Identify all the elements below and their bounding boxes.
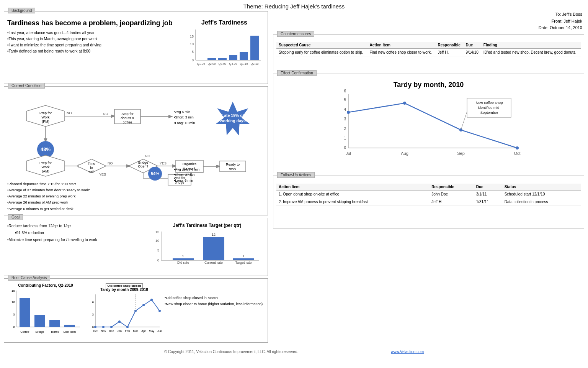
goal-chart-title: Jeff's Tardiness Target (per qtr) bbox=[150, 223, 265, 228]
rca-bar-svg: 0 5 10 15 Coffee Bridge bbox=[7, 289, 82, 338]
svg-text:15: 15 bbox=[190, 34, 194, 38]
svg-rect-76 bbox=[203, 237, 224, 260]
goal-text: •Reduce tardiness from 12/qtr to 1/qtr •… bbox=[7, 223, 147, 273]
effect-confirmation-section: Effect Confirmation Tardy by month, 2010… bbox=[273, 74, 584, 173]
svg-rect-7 bbox=[207, 58, 216, 60]
cc-bullets: •Planned departure time 7:15 for 8:00 st… bbox=[7, 181, 265, 212]
svg-rect-9 bbox=[229, 55, 237, 60]
svg-text:Old rate: Old rate bbox=[177, 261, 189, 264]
current-condition-label: Current Condition bbox=[8, 83, 45, 89]
svg-rect-89 bbox=[34, 315, 45, 327]
svg-rect-90 bbox=[49, 320, 60, 327]
svg-rect-73 bbox=[173, 258, 194, 260]
svg-text:coffee: coffee bbox=[123, 120, 132, 124]
background-section: Background Tardiness has become a proble… bbox=[4, 11, 268, 84]
right-column: To: Jeff's Boss From: Jeff Hajek Date: O… bbox=[271, 11, 584, 345]
svg-rect-11 bbox=[250, 36, 259, 60]
svg-text:Aug: Aug bbox=[401, 151, 408, 156]
svg-text:12: 12 bbox=[212, 233, 216, 237]
svg-text:Sep: Sep bbox=[457, 151, 465, 156]
svg-text:Prep for: Prep for bbox=[39, 111, 52, 115]
svg-point-103 bbox=[110, 326, 113, 328]
svg-text:Q1-09: Q1-09 bbox=[197, 62, 205, 66]
svg-text:0: 0 bbox=[157, 258, 159, 262]
svg-text:Current rate: Current rate bbox=[204, 261, 223, 264]
countermeasures-table: Suspected Cause Action Item Responsible … bbox=[276, 42, 581, 56]
svg-text:Mar: Mar bbox=[133, 329, 138, 333]
svg-point-105 bbox=[126, 326, 129, 328]
svg-text:NO: NO bbox=[108, 161, 113, 165]
svg-text:Coffee: Coffee bbox=[20, 330, 29, 334]
rca-line-svg: 0 3 6 bbox=[87, 292, 162, 338]
countermeasures-label: Countermeasures bbox=[277, 31, 314, 37]
cm-due: 9/14/10 bbox=[463, 48, 481, 56]
svg-text:Work: Work bbox=[42, 115, 50, 119]
fu-col-responsible: Responsible bbox=[429, 184, 474, 191]
svg-text:Ready to: Ready to bbox=[226, 163, 240, 166]
rca-bar-title: Contributing Factors, Q2-2010 bbox=[7, 283, 84, 288]
fu-due-0: 3/1/11 bbox=[474, 190, 502, 198]
svg-text:September: September bbox=[480, 110, 498, 115]
svg-text:Feb: Feb bbox=[125, 329, 130, 333]
svg-text:1: 1 bbox=[182, 254, 184, 258]
cm-finding: ID'ed and tested new shop. Decent brew, … bbox=[481, 48, 581, 56]
svg-text:Jan: Jan bbox=[117, 329, 122, 333]
fu-status-1: Data collection in process bbox=[502, 198, 581, 205]
svg-text:NO: NO bbox=[67, 111, 72, 115]
svg-text:3: 3 bbox=[92, 313, 94, 316]
svg-text:Traffic: Traffic bbox=[51, 330, 59, 334]
svg-text:Prep for: Prep for bbox=[39, 161, 52, 165]
follow-up-label: Follow-Up Actions bbox=[277, 172, 315, 178]
goal-bar-chart: 0 5 10 15 Old rate 1 Current rate 12 bbox=[150, 230, 261, 272]
page-title: Theme: Reducing Jeff Hajek's tardiness bbox=[0, 0, 588, 11]
goal-section: Goal •Reduce tardiness from 12/qtr to 1/… bbox=[4, 218, 268, 276]
rca-bullets: •Old coffee shop closed in March •New sh… bbox=[165, 283, 265, 339]
svg-text:Organize: Organize bbox=[183, 162, 197, 166]
svg-rect-91 bbox=[64, 325, 75, 327]
left-column: Background Tardiness has become a proble… bbox=[4, 11, 268, 345]
svg-text:5: 5 bbox=[13, 313, 15, 316]
svg-text:Jun: Jun bbox=[157, 329, 162, 333]
rca-line-chart: Old coffee shop closed Tardy by month 20… bbox=[87, 283, 162, 339]
follow-up-table: Action Item Responsible Due Status 1. Op… bbox=[276, 184, 581, 206]
svg-text:0: 0 bbox=[92, 325, 94, 329]
svg-text:Time: Time bbox=[88, 162, 95, 166]
fu-responsible-0: John Doe bbox=[429, 190, 474, 198]
svg-text:(PM): (PM) bbox=[42, 120, 49, 123]
svg-text:Bridge: Bridge bbox=[138, 161, 148, 164]
table-row: Stopping early for coffee eliminates opt… bbox=[276, 48, 581, 56]
svg-text:Q2-09: Q2-09 bbox=[208, 62, 216, 66]
svg-text:4: 4 bbox=[344, 107, 346, 112]
fu-col-due: Due bbox=[474, 184, 502, 191]
svg-text:0: 0 bbox=[192, 58, 194, 62]
svg-point-129 bbox=[347, 111, 350, 114]
svg-text:5: 5 bbox=[157, 248, 159, 252]
fu-responsible-1: Jeff H bbox=[429, 198, 474, 205]
svg-text:48%: 48% bbox=[41, 146, 51, 152]
rca-bar-chart: Contributing Factors, Q2-2010 0 5 10 15 bbox=[7, 283, 84, 339]
svg-point-107 bbox=[142, 304, 145, 306]
background-headline: Tardiness has become a problem, jeopardi… bbox=[7, 19, 181, 28]
pct2-badge: 54% bbox=[148, 167, 162, 181]
footer-link[interactable]: www.Velaction.com bbox=[391, 350, 424, 354]
svg-point-130 bbox=[403, 102, 406, 105]
svg-text:Lost item: Lost item bbox=[64, 330, 76, 334]
rca-section: Root Cause Analysis Contributing Factors… bbox=[4, 278, 268, 343]
svg-line-141 bbox=[461, 112, 467, 130]
fu-col-status: Status bbox=[502, 184, 581, 191]
svg-text:donuts &: donuts & bbox=[121, 116, 134, 120]
svg-text:NO: NO bbox=[103, 112, 108, 116]
background-bullets: •Last year, attendance was good—4 tardie… bbox=[7, 30, 181, 54]
svg-text:15: 15 bbox=[155, 230, 159, 234]
cm-col-action: Action Item bbox=[368, 42, 436, 49]
follow-up-section: Follow-Up Actions Action Item Responsibl… bbox=[273, 176, 584, 228]
wait-bullets: •Avg delay 4 min •Short: 37 sec •Long: 6… bbox=[174, 167, 199, 183]
svg-rect-79 bbox=[233, 258, 254, 260]
svg-text:0: 0 bbox=[13, 325, 15, 329]
cm-header-row: Suspected Cause Action Item Responsible … bbox=[276, 42, 581, 49]
tardiness-bar-chart: 0 5 10 15 Q1-09 Q2-09 bbox=[184, 28, 263, 70]
svg-rect-88 bbox=[20, 298, 30, 327]
flowchart-svg: Prep for Work (PM) 48% Prep for Work (AM… bbox=[7, 92, 268, 180]
svg-text:Open?: Open? bbox=[138, 164, 148, 168]
svg-text:eat?: eat? bbox=[88, 170, 95, 173]
